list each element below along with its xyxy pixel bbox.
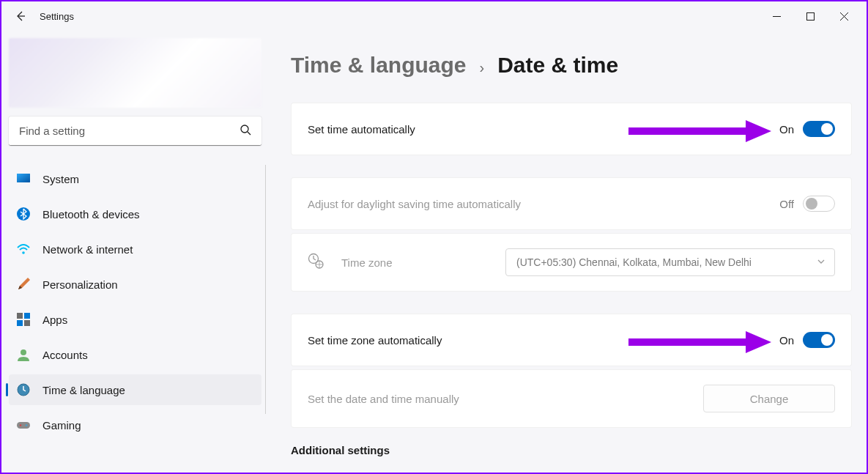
svg-rect-6: [17, 313, 23, 319]
system-icon: [16, 171, 31, 186]
svg-rect-7: [24, 313, 30, 319]
sidebar-item-system[interactable]: System: [9, 163, 261, 194]
setting-label: Set the date and time manually: [308, 393, 459, 405]
setting-manual-time: Set the date and time manually Change: [291, 369, 852, 428]
nav-label: Personalization: [42, 278, 118, 291]
nav-label: System: [42, 173, 79, 185]
annotation-arrow-icon: [628, 327, 775, 357]
svg-point-5: [22, 251, 25, 254]
svg-rect-8: [17, 320, 23, 326]
nav-label: Accounts: [42, 349, 88, 361]
bluetooth-icon: [16, 207, 31, 221]
sidebar: System Bluetooth & devices Network & int…: [1, 31, 269, 473]
setting-set-time-auto: Set time automatically On: [291, 103, 852, 155]
setting-label: Set time automatically: [308, 123, 415, 136]
setting-set-tz-auto: Set time zone automatically On: [291, 314, 852, 366]
sidebar-item-network[interactable]: Network & internet: [9, 234, 261, 264]
close-button[interactable]: [827, 4, 861, 28]
profile-card[interactable]: [9, 38, 261, 108]
svg-point-14: [26, 424, 28, 426]
nav-label: Bluetooth & devices: [42, 208, 140, 221]
button-label: Change: [750, 393, 789, 405]
timezone-value: (UTC+05:30) Chennai, Kolkata, Mumbai, Ne…: [516, 256, 752, 268]
toggle-state-text: Off: [779, 198, 794, 210]
svg-point-13: [20, 424, 22, 426]
svg-rect-9: [24, 320, 30, 326]
gamepad-icon: [16, 418, 31, 432]
toggle-state-text: On: [779, 334, 794, 347]
svg-rect-0: [806, 12, 814, 20]
minimize-button[interactable]: [760, 4, 793, 28]
search-icon: [240, 124, 251, 138]
section-heading: Additional settings: [291, 444, 852, 456]
maximize-icon: [806, 12, 815, 21]
main-content: Time & language › Date & time Set time a…: [269, 31, 867, 473]
person-icon: [16, 347, 31, 362]
chevron-down-icon: [817, 256, 826, 268]
breadcrumb: Time & language › Date & time: [291, 53, 852, 78]
nav-label: Network & internet: [42, 243, 133, 256]
titlebar: Settings: [1, 1, 867, 31]
setting-dst: Adjust for daylight saving time automati…: [291, 177, 852, 230]
annotation-arrow-icon: [628, 116, 775, 146]
chevron-right-icon: ›: [480, 59, 485, 76]
setting-label: Adjust for daylight saving time automati…: [308, 198, 521, 210]
app-title: Settings: [40, 11, 74, 22]
sidebar-item-apps[interactable]: Apps: [9, 304, 261, 335]
svg-point-1: [241, 125, 248, 133]
nav-label: Time & language: [42, 384, 125, 396]
sidebar-item-bluetooth[interactable]: Bluetooth & devices: [9, 199, 261, 229]
change-button[interactable]: Change: [703, 385, 835, 412]
back-button[interactable]: [7, 3, 34, 29]
toggle-dst: [803, 196, 835, 212]
toggle-set-time-auto[interactable]: [803, 121, 835, 137]
svg-rect-12: [17, 422, 30, 429]
globe-clock-icon: [308, 253, 324, 272]
arrow-left-icon: [15, 10, 26, 22]
nav-list: System Bluetooth & devices Network & int…: [9, 163, 261, 445]
nav-divider: [265, 165, 266, 414]
sidebar-item-gaming[interactable]: Gaming: [9, 410, 261, 440]
page-title: Date & time: [497, 53, 618, 78]
svg-rect-3: [17, 174, 30, 182]
minimize-icon: [773, 12, 781, 21]
toggle-set-tz-auto[interactable]: [803, 332, 835, 348]
maximize-button[interactable]: [793, 4, 827, 28]
sidebar-item-accounts[interactable]: Accounts: [9, 339, 261, 370]
svg-point-10: [21, 349, 26, 355]
search-box: [9, 116, 261, 146]
search-input[interactable]: [9, 116, 261, 146]
toggle-state-text: On: [779, 123, 794, 136]
breadcrumb-parent[interactable]: Time & language: [291, 53, 467, 78]
setting-timezone: Time zone (UTC+05:30) Chennai, Kolkata, …: [291, 233, 852, 292]
sidebar-item-time-language[interactable]: Time & language: [9, 374, 261, 405]
clock-globe-icon: [16, 382, 31, 397]
nav-label: Gaming: [42, 419, 81, 432]
setting-label: Time zone: [341, 256, 392, 269]
setting-label: Set time zone automatically: [308, 334, 442, 347]
wifi-icon: [16, 242, 31, 256]
sidebar-item-personalization[interactable]: Personalization: [9, 269, 261, 300]
apps-icon: [16, 312, 31, 327]
window-controls: [760, 4, 861, 28]
timezone-select[interactable]: (UTC+05:30) Chennai, Kolkata, Mumbai, Ne…: [505, 248, 835, 276]
brush-icon: [16, 277, 31, 292]
nav-label: Apps: [42, 314, 67, 326]
close-icon: [840, 12, 848, 21]
